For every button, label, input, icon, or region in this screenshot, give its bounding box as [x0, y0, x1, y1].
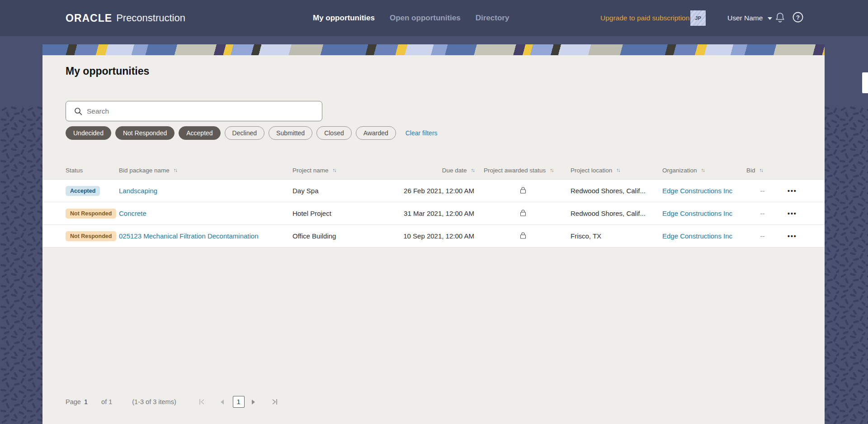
due-date-text: 10 Sep 2021, 12:00 AM	[403, 232, 474, 240]
project-location-text: Redwood Shores, Calif...	[571, 210, 646, 217]
lock-icon	[520, 232, 526, 241]
due-date-text: 31 Mar 2021, 12:00 AM	[404, 210, 474, 217]
table-row: Accepted Landscaping Day Spa 26 Feb 2021…	[42, 180, 825, 202]
status-badge: Not Responded	[66, 209, 116, 219]
search-icon	[74, 107, 82, 115]
page-number-button[interactable]: 1	[233, 396, 245, 408]
clear-filters-link[interactable]: Clear filters	[406, 129, 438, 137]
help-button[interactable]: ?	[792, 0, 804, 36]
bid-package-link[interactable]: 025123 Mechanical Filtration Decontamina…	[119, 232, 259, 240]
filter-pill-not-responded[interactable]: Not Responded	[115, 126, 175, 140]
help-icon: ?	[792, 11, 804, 25]
svg-text:?: ?	[796, 14, 800, 21]
nav-my-opportunities[interactable]: My opportunities	[313, 14, 375, 23]
column-header-organization[interactable]: Organization ↑↓	[659, 167, 741, 174]
column-header-project-name[interactable]: Project name ↑↓	[292, 167, 386, 174]
current-page-number: 1	[84, 398, 88, 405]
bid-package-link[interactable]: Concrete	[119, 210, 146, 217]
search-box	[66, 101, 322, 121]
project-name-text: Hotel Project	[292, 210, 331, 217]
page-label: Page	[66, 398, 82, 405]
filter-pill-declined[interactable]: Declined	[225, 126, 264, 140]
ellipsis-icon: •••	[788, 210, 797, 217]
row-actions-button[interactable]: •••	[788, 187, 797, 195]
organization-link[interactable]: Edge Constructions Inc	[662, 187, 732, 195]
user-menu[interactable]: User Name	[727, 0, 773, 36]
bid-package-link[interactable]: Landscaping	[119, 187, 157, 195]
sort-icon: ↑↓	[333, 167, 336, 173]
last-page-button[interactable]	[271, 399, 278, 405]
sort-icon: ↑↓	[174, 167, 177, 173]
ellipsis-icon: •••	[788, 233, 797, 240]
pagination-bar: Page 1 of 1 (1-3 of 3 items) 1	[42, 395, 825, 409]
status-badge: Not Responded	[66, 231, 116, 241]
page-title: My opportunities	[66, 65, 149, 77]
bid-value: --	[760, 232, 765, 240]
next-page-icon	[251, 399, 256, 405]
filter-pill-closed[interactable]: Closed	[316, 126, 352, 140]
sort-icon: ↑↓	[471, 167, 475, 173]
user-name-label: User Name	[727, 14, 763, 22]
first-page-icon	[199, 399, 205, 405]
chevron-down-icon	[767, 14, 773, 22]
sort-icon: ↑↓	[701, 167, 705, 173]
table-header-row: Status Bid package name ↑↓ Project name …	[42, 161, 825, 179]
status-badge: Accepted	[66, 186, 100, 196]
search-input[interactable]	[87, 107, 316, 115]
notification-bell-icon	[775, 12, 785, 25]
previous-page-icon	[220, 399, 224, 405]
lock-icon	[520, 209, 526, 218]
project-location-text: Redwood Shores, Calif...	[571, 187, 646, 195]
project-name-text: Office Building	[292, 232, 336, 240]
upgrade-subscription-link[interactable]: Upgrade to paid subscription	[600, 0, 689, 36]
column-header-status: Status	[66, 167, 119, 174]
organization-link[interactable]: Edge Constructions Inc	[662, 210, 732, 217]
bid-value: --	[760, 187, 765, 195]
first-page-button[interactable]	[199, 399, 205, 405]
lock-icon	[520, 186, 526, 195]
filter-pill-submitted[interactable]: Submitted	[269, 126, 312, 140]
column-header-project-location[interactable]: Project location ↑↓	[567, 167, 659, 174]
oracle-wordmark: ORACLE	[66, 12, 112, 24]
main-navigation: My opportunities Open opportunities Dire…	[313, 0, 509, 36]
nav-open-opportunities[interactable]: Open opportunities	[390, 14, 461, 23]
status-filter-pills: Undecided Not Responded Accepted Decline…	[66, 126, 438, 140]
organization-link[interactable]: Edge Constructions Inc	[662, 232, 732, 240]
ellipsis-icon: •••	[788, 187, 797, 195]
column-header-project-awarded-status[interactable]: Project awarded status ↑↓	[479, 167, 567, 174]
filter-pill-awarded[interactable]: Awarded	[356, 126, 396, 140]
filter-pill-accepted[interactable]: Accepted	[179, 126, 220, 140]
nav-directory[interactable]: Directory	[476, 14, 509, 23]
decorative-banner	[42, 44, 825, 55]
app-header: ORACLE Preconstruction My opportunities …	[0, 0, 868, 36]
avatar[interactable]: JP	[690, 10, 706, 26]
column-header-due-date[interactable]: Due date ↑↓	[386, 167, 479, 174]
project-location-text: Frisco, TX	[571, 232, 601, 240]
column-header-bid[interactable]: Bid ↑↓	[741, 167, 784, 174]
content-panel: My opportunities Undecided Not Responded…	[42, 44, 825, 424]
filter-pill-undecided[interactable]: Undecided	[66, 126, 111, 140]
row-actions-button[interactable]: •••	[788, 210, 797, 217]
last-page-icon	[271, 399, 278, 405]
project-name-text: Day Spa	[292, 187, 319, 195]
column-header-bid-package-name[interactable]: Bid package name ↑↓	[119, 167, 292, 174]
row-actions-button[interactable]: •••	[788, 233, 797, 240]
opportunities-table: Status Bid package name ↑↓ Project name …	[42, 161, 825, 248]
notification-bell-button[interactable]	[775, 0, 785, 36]
scrollbar-thumb[interactable]	[862, 72, 868, 93]
next-page-button[interactable]	[251, 399, 256, 405]
page-total-label: of 1	[101, 398, 112, 405]
sort-icon: ↑↓	[616, 167, 620, 173]
table-row: Not Responded 025123 Mechanical Filtrati…	[42, 225, 825, 248]
due-date-text: 26 Feb 2021, 12:00 AM	[404, 187, 474, 195]
table-row: Not Responded Concrete Hotel Project 31 …	[42, 202, 825, 225]
app-screen: ORACLE Preconstruction My opportunities …	[0, 0, 868, 424]
oracle-preconstruction-logo[interactable]: ORACLE Preconstruction	[66, 0, 185, 36]
items-summary: (1-3 of 3 items)	[132, 398, 176, 405]
previous-page-button[interactable]	[220, 399, 224, 405]
bid-value: --	[760, 210, 765, 217]
sort-icon: ↑↓	[550, 167, 553, 173]
table-body: Accepted Landscaping Day Spa 26 Feb 2021…	[42, 179, 825, 248]
sort-icon: ↑↓	[760, 167, 763, 173]
product-name: Preconstruction	[116, 12, 185, 24]
